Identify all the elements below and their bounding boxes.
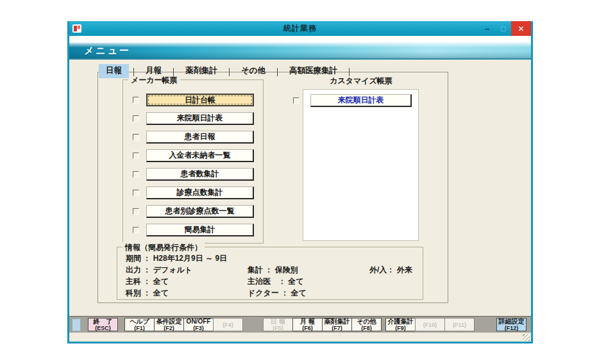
info-line-category: 科別 ： 全て ドクター ： 全て: [126, 287, 419, 299]
info-aggregate: 集計 ： 保険別: [248, 264, 369, 276]
tab-bar: 日報 月報 薬剤集計 その他 高額医療集計: [99, 64, 354, 78]
checkbox-patient-daily-report[interactable]: [133, 134, 139, 140]
info-line-period: 期間 ： H28年12月9日 ～ 9日: [126, 252, 419, 264]
tab-separator: [277, 68, 278, 76]
fn-condition-settings-button[interactable]: 条件設定 (F2): [154, 318, 184, 331]
fn-care-summary-button[interactable]: 介護集計 (F9): [385, 318, 416, 331]
title-divider-strip: [69, 36, 531, 42]
page-title: メニュー: [69, 45, 131, 57]
maker-row: 簡易集計: [123, 224, 263, 236]
daily-report-panel: メーカー帳票 日計台帳 来院順日計表 患者日報 入金者未納者一覧: [97, 72, 448, 303]
checkbox-medical-points-summary[interactable]: [133, 190, 139, 196]
title-bar: 統計業務 – ▢ ✕: [69, 21, 531, 36]
status-bar: [69, 333, 531, 342]
window-title: 統計業務: [69, 23, 531, 34]
fn-detail-settings-button[interactable]: 詳細設定 (F12): [496, 318, 527, 331]
fn-f4-button: (F4): [213, 318, 243, 331]
checkbox-custom-visit-order-daily-sheet[interactable]: [293, 97, 299, 104]
custom-visit-order-daily-sheet-button[interactable]: 来院順日計表: [310, 94, 412, 107]
visit-order-daily-sheet-button[interactable]: 来院順日計表: [146, 112, 254, 125]
fnbar-accent-chip: [72, 318, 81, 331]
tab-high-cost-medical-summary[interactable]: 高額医療集計: [282, 64, 344, 78]
tab-separator: [229, 68, 230, 76]
medical-points-summary-button[interactable]: 診療点数集計: [146, 186, 254, 199]
fn-drug-summary-button[interactable]: 薬剤集計 (F7): [322, 318, 352, 331]
info-period: 期間 ： H28年12月9日 ～ 9日: [126, 252, 227, 264]
info-category: 科別 ： 全て: [126, 287, 248, 299]
tab-daily-report[interactable]: 日報: [99, 64, 129, 78]
fn-f11-button: (F11): [444, 318, 475, 331]
checkbox-visit-order-daily-sheet[interactable]: [133, 115, 139, 122]
info-group: 情報（簡易発行条件） 期間 ： H28年12月9日 ～ 9日 出力 ： デフォル…: [117, 247, 423, 300]
info-doctor: ドクター ： 全て: [248, 287, 369, 299]
daily-ledger-button[interactable]: 日計台帳: [146, 94, 254, 106]
checkbox-patient-count-summary[interactable]: [133, 171, 139, 178]
maker-row: 診療点数集計: [123, 186, 263, 199]
info-output: 出力 ： デフォルト: [126, 264, 248, 276]
info-main-dept: 主科 ： 全て: [126, 276, 248, 287]
menu-header-band: メニュー: [69, 42, 531, 60]
function-key-bar: 終 了 (ESC) ヘルプ (F1) 条件設定 (F2) ON/OFF (F3)…: [69, 316, 531, 333]
maker-row: 入金者未納者一覧: [123, 149, 263, 162]
app-window: 統計業務 – ▢ ✕ メニュー 日報 月報 薬剤集計 その他 高額医療集計: [67, 21, 533, 343]
maker-row: 日計台帳: [123, 94, 263, 106]
tab-separator: [133, 68, 134, 76]
info-line-output: 出力 ： デフォルト 集計 ： 保険別 外/入： 外来: [126, 264, 419, 276]
resize-grip[interactable]: [523, 334, 530, 341]
fn-monthly-report-button[interactable]: 月 報 (F6): [292, 318, 323, 331]
tab-drug-summary[interactable]: 薬剤集計: [178, 64, 224, 78]
simple-summary-button[interactable]: 簡易集計: [146, 224, 254, 236]
maker-row: 来院順日計表: [123, 112, 263, 125]
info-line-dept: 主科 ： 全て 主治医 ： 全て: [126, 276, 419, 287]
patient-daily-report-button[interactable]: 患者日報: [146, 131, 254, 144]
maker-row: 患者数集計: [123, 168, 263, 181]
maker-row: 患者日報: [123, 131, 263, 144]
tab-other[interactable]: その他: [234, 64, 273, 78]
checkbox-payer-unpaid-list[interactable]: [133, 153, 139, 159]
fn-daily-report-button: 日 報 (F5): [263, 318, 293, 331]
points-by-patient-list-button[interactable]: 患者別診療点数一覧: [146, 205, 254, 218]
checkbox-daily-ledger[interactable]: [133, 97, 139, 103]
fn-help-button[interactable]: ヘルプ (F1): [124, 318, 155, 331]
info-lines: 期間 ： H28年12月9日 ～ 9日 出力 ： デフォルト 集計 ： 保険別 …: [126, 252, 419, 299]
fn-exit-button[interactable]: 終 了 (ESC): [88, 318, 118, 331]
maker-forms-group: メーカー帳票 日計台帳 来院順日計表 患者日報 入金者未納者一覧: [122, 79, 264, 244]
info-inout: 外/入： 外来: [369, 264, 419, 276]
info-main-doctor: 主治医 ： 全て: [248, 276, 369, 287]
checkbox-simple-summary[interactable]: [133, 227, 139, 233]
fn-other-button[interactable]: その他 (F8): [351, 318, 382, 331]
info-group-title: 情報（簡易発行条件）: [122, 242, 205, 253]
tab-monthly-report[interactable]: 月報: [139, 64, 169, 78]
tab-separator: [349, 68, 350, 76]
payer-unpaid-list-button[interactable]: 入金者未納者一覧: [146, 149, 254, 162]
fn-f10-button: (F10): [415, 318, 445, 331]
checkbox-points-by-patient-list[interactable]: [133, 208, 139, 215]
maker-row: 患者別診療点数一覧: [123, 205, 263, 218]
main-content: 日報 月報 薬剤集計 その他 高額医療集計 メーカー帳票 日計台帳: [69, 60, 531, 316]
fn-on-off-button[interactable]: ON/OFF (F3): [183, 318, 214, 331]
custom-forms-panel: 来院順日計表: [303, 89, 419, 241]
tab-separator: [173, 68, 174, 76]
patient-count-summary-button[interactable]: 患者数集計: [146, 168, 254, 181]
